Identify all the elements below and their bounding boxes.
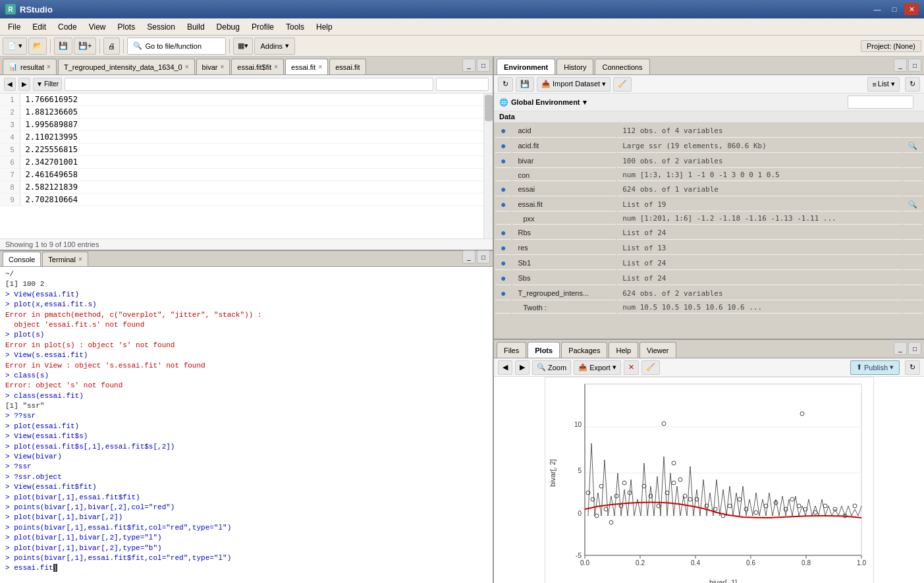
console-line: > ?ssr (5, 462, 487, 472)
tab-packages[interactable]: Packages (561, 342, 607, 358)
menu-file[interactable]: File (3, 21, 26, 33)
new-file-button[interactable]: 📄▾ (3, 38, 27, 55)
addins-label: Addins (260, 42, 283, 50)
list-icon: ≡ (872, 80, 876, 88)
tab-help[interactable]: Help (609, 342, 638, 358)
collapse-files-button[interactable]: _ (894, 342, 907, 355)
menu-debug[interactable]: Debug (211, 21, 245, 33)
y-axis-label: bivar[, 2] (549, 459, 557, 487)
open-file-button[interactable]: 📂 (28, 38, 47, 55)
tab-essai-fitfit[interactable]: essai.fit$fit × (231, 59, 284, 74)
forward-button[interactable]: ▶ (18, 78, 30, 91)
list-button[interactable]: ≡ List ▾ (867, 77, 900, 92)
tab-close-essaifit[interactable]: × (318, 63, 322, 70)
blue-dot: ● (501, 273, 506, 283)
tab-close-terminal[interactable]: × (78, 256, 82, 263)
env-panel-controls: _ □ (894, 59, 921, 74)
export-button[interactable]: 📤 Export ▾ (574, 360, 621, 375)
menu-view[interactable]: View (84, 21, 111, 33)
env-tab-bar: Environment History Connections _ □ (494, 57, 924, 75)
expand-env-button[interactable]: □ (908, 59, 921, 72)
collapse-console-button[interactable]: _ (462, 250, 476, 264)
zoom-icon: 🔍 (537, 363, 546, 372)
list-item: ● bivar 100 obs. of 2 variables (495, 154, 923, 168)
save-all-button[interactable]: 💾+ (74, 38, 96, 55)
y-tick: -5 (576, 552, 582, 559)
table-row: 7 2.461649658 (0, 169, 493, 181)
menu-code[interactable]: Code (53, 21, 82, 33)
env-search-refresh[interactable]: ↻ (905, 77, 920, 92)
menu-tools[interactable]: Tools (281, 21, 310, 33)
search-icon[interactable]: 🔍 (908, 200, 917, 208)
maximize-button[interactable]: □ (887, 3, 902, 15)
tab-history[interactable]: History (557, 59, 593, 74)
menu-edit[interactable]: Edit (27, 21, 51, 33)
env-section-data: Data (494, 111, 924, 123)
tab-close-essaifit2[interactable]: × (274, 63, 278, 70)
goto-file-button[interactable]: 🔍 Go to file/function (127, 38, 226, 55)
tab-resultat[interactable]: 📊 resultat × (3, 59, 57, 74)
grid-button[interactable]: ▦▾ (233, 38, 253, 55)
tab-connections[interactable]: Connections (595, 59, 649, 74)
tab-environment[interactable]: Environment (497, 59, 555, 74)
console-panel: Console Terminal × _ □ ~/ [1] 100 2 > Vi… (0, 250, 493, 583)
console-content[interactable]: ~/ [1] 100 2 > View(essai.fit) > plot(x,… (0, 267, 493, 583)
tab-essai-fit[interactable]: essai.fit × (285, 59, 328, 74)
env-save-button[interactable]: 💾 (516, 77, 534, 92)
console-line: > plot(s) (5, 330, 487, 340)
global-env-header: 🌐 Global Environment ▾ (494, 94, 924, 111)
plot-forward-button[interactable]: ▶ (515, 360, 530, 375)
back-button[interactable]: ◀ (4, 78, 16, 91)
console-line: > View(essai.fit$fit) (5, 482, 487, 492)
publish-button[interactable]: ⬆ Publish ▾ (850, 360, 900, 375)
menu-session[interactable]: Session (142, 21, 180, 33)
search-icon[interactable]: 🔍 (908, 142, 917, 150)
filter-button[interactable]: ▼ Filter (33, 78, 62, 91)
plot-refresh-button[interactable]: ↻ (905, 360, 920, 375)
menu-help[interactable]: Help (311, 21, 338, 33)
close-button[interactable]: ✕ (904, 3, 919, 15)
import-dataset-button[interactable]: 📥 Import Dataset ▾ (537, 77, 611, 92)
collapse-env-button[interactable]: _ (894, 59, 907, 72)
env-refresh-button[interactable]: ↻ (498, 77, 513, 92)
tab-console[interactable]: Console (3, 252, 41, 266)
tab-files[interactable]: Files (497, 342, 526, 358)
filter-input[interactable] (65, 78, 433, 91)
save-button[interactable]: 💾 (54, 38, 72, 55)
list-item: ● Sbs List of 24 (495, 271, 923, 285)
console-line: > essai.fit| (5, 563, 487, 573)
tab-close-tregrouped[interactable]: × (185, 63, 189, 70)
collapse-editor-button[interactable]: _ (462, 59, 476, 72)
minimize-button[interactable]: — (870, 3, 884, 15)
print-button[interactable]: 🖨 (103, 38, 120, 55)
tab-close-resultat[interactable]: × (47, 63, 51, 70)
tab-plots[interactable]: Plots (528, 342, 560, 358)
tab-terminal[interactable]: Terminal × (42, 252, 88, 266)
plot-back-button[interactable]: ◀ (498, 360, 512, 375)
expand-files-button[interactable]: □ (908, 342, 921, 355)
search-input[interactable] (436, 78, 489, 91)
table-scrollbar-v[interactable] (483, 94, 493, 238)
tab-close-bivar[interactable]: × (220, 63, 224, 70)
clear-plots-button[interactable]: 🧹 (641, 360, 660, 375)
expand-editor-button[interactable]: □ (477, 59, 490, 72)
expand-console-button[interactable]: □ (477, 250, 490, 264)
menu-build[interactable]: Build (182, 21, 210, 33)
list-item: ● Sb1 List of 24 (495, 256, 923, 270)
addins-button[interactable]: Addins ▾ (254, 38, 295, 55)
tab-essai-fit2[interactable]: essai.fit (329, 59, 366, 74)
delete-plot-button[interactable]: ✕ (624, 360, 639, 375)
list-item: Twoth : num 10.5 10.5 10.5 10.6 10.6 ... (495, 302, 923, 314)
env-search-input[interactable] (848, 96, 913, 109)
export-label: Export (589, 364, 611, 372)
menu-plots[interactable]: Plots (113, 21, 141, 33)
menu-profile[interactable]: Profile (246, 21, 279, 33)
list-item: ● res List of 13 (495, 241, 923, 255)
zoom-button[interactable]: 🔍 Zoom (532, 360, 571, 375)
tab-viewer[interactable]: Viewer (639, 342, 676, 358)
env-clear-button[interactable]: 🧹 (613, 77, 632, 92)
list-item: ● acid.fit Large ssr (19 elements, 860.6… (495, 139, 923, 153)
tab-tregrouped[interactable]: T_regrouped_intensity_data_1634_0 × (58, 59, 195, 74)
x-axis-label: bivar[, 1] (709, 578, 736, 583)
tab-bivar[interactable]: bivar × (196, 59, 231, 74)
